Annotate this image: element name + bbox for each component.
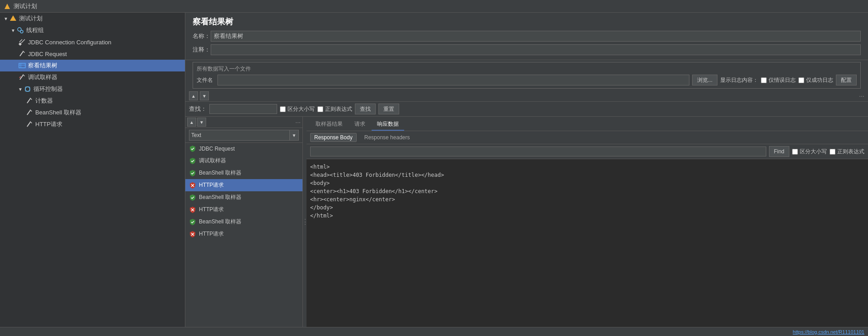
success-log-label[interactable]: 仅成功日志: [798, 76, 833, 84]
find-button[interactable]: 查找: [355, 104, 376, 114]
select-arrow-icon[interactable]: ▼: [290, 130, 299, 141]
response-line-6: </body>: [310, 203, 864, 212]
response-case-checkbox[interactable]: [792, 149, 798, 155]
sample-item-http2[interactable]: HTTP请求: [185, 203, 302, 216]
response-line-1: <html>: [310, 163, 864, 171]
sample-item-jdbc[interactable]: JDBC Request: [185, 143, 302, 155]
sidebar-item-jdbc-request[interactable]: JDBC Request: [0, 48, 185, 60]
test-plan-icon: [9, 14, 17, 23]
type-select[interactable]: Text: [189, 130, 290, 141]
loop-arrow-icon: ▼: [18, 87, 23, 92]
name-input[interactable]: [211, 31, 861, 42]
comment-label: 注释：: [193, 46, 211, 54]
sidebar-item-counter[interactable]: 计数器: [0, 95, 185, 107]
config-button[interactable]: 配置: [836, 75, 857, 85]
response-regex-checkbox[interactable]: [830, 149, 835, 155]
sample-item-beanshell3[interactable]: BeanShell 取样器: [185, 216, 302, 228]
sample-label-beanshell1: BeanShell 取样器: [199, 169, 241, 177]
case-text: 区分大小写: [288, 105, 315, 113]
sample-item-http1[interactable]: HTTP请求: [185, 179, 302, 191]
search-input[interactable]: [209, 104, 277, 114]
list-panel: ▲ ▼ ··· Text ▼: [185, 117, 303, 327]
sample-item-debug[interactable]: 调试取样器: [185, 155, 302, 167]
browse-button[interactable]: 浏览...: [692, 75, 717, 85]
svg-point-16: [25, 87, 30, 91]
sidebar-item-loop-controller[interactable]: ▼ 循环控制器: [0, 83, 185, 95]
svg-marker-0: [5, 4, 10, 9]
file-input[interactable]: [217, 75, 689, 85]
down-button-1[interactable]: ▼: [200, 91, 209, 100]
sidebar-item-jdbc-config[interactable]: JDBC Connection Configuration: [0, 36, 185, 48]
sample-label-http3: HTTP请求: [199, 230, 224, 238]
http-icon: [25, 120, 33, 128]
arrow-icon: ▼: [4, 16, 8, 21]
sample-list: JDBC Request 调试取样器: [185, 143, 302, 327]
sidebar-item-http[interactable]: HTTP请求: [0, 118, 185, 130]
comment-input[interactable]: [211, 44, 861, 55]
divider-handle[interactable]: ⋮: [303, 117, 307, 327]
list-ellipsis-button[interactable]: ···: [295, 118, 301, 126]
tab-request[interactable]: 请求: [349, 118, 371, 131]
sample-item-beanshell1[interactable]: BeanShell 取样器: [185, 167, 302, 179]
subtab-response-headers[interactable]: Response headers: [360, 133, 414, 142]
file-section: 所有数据写入一个文件 文件名 浏览... 显示日志内容： 仅情误日志 仅成功日志…: [193, 62, 861, 89]
sample-label-beanshell2: BeanShell 取样器: [199, 194, 241, 201]
log-label: 显示日志内容：: [720, 76, 758, 84]
sample-item-beanshell2[interactable]: BeanShell 取样器: [185, 191, 302, 203]
response-line-2: <head><title>403 Forbidden</title></head…: [310, 171, 864, 179]
sidebar-label-loop-controller: 循环控制器: [33, 85, 63, 93]
sub-tabs: Response Body Response headers: [307, 131, 868, 144]
err-log-text: 仅情误日志: [769, 76, 796, 84]
dropdown-selector: Text ▼: [185, 128, 302, 143]
status-url[interactable]: https://blog.csdn.net/R11101101: [793, 329, 864, 335]
sample-item-http3[interactable]: HTTP请求: [185, 228, 302, 240]
list-down-button[interactable]: ▼: [197, 118, 206, 127]
case-checkbox[interactable]: [280, 106, 286, 112]
sidebar-item-view-tree[interactable]: 察看结果树: [0, 60, 185, 71]
sample-label-beanshell3: BeanShell 取样器: [199, 218, 241, 226]
panel-title: 察看结果树: [193, 16, 861, 27]
subtab-response-body[interactable]: Response Body: [310, 133, 357, 142]
thread-group-icon: [16, 26, 24, 34]
toolbar-row-1: ▲ ▼ ···: [185, 90, 868, 102]
regex-checkbox[interactable]: [317, 106, 323, 112]
find-row: Find 区分大小写 正则表达式: [307, 144, 868, 159]
list-up-button[interactable]: ▲: [187, 118, 196, 127]
find-input[interactable]: [310, 147, 766, 156]
title-bar: 测试计划: [0, 0, 868, 13]
shield-err-icon-http2: [189, 206, 196, 213]
name-label: 名称：: [193, 32, 211, 40]
err-log-checkbox[interactable]: [761, 77, 767, 83]
response-find-button[interactable]: Find: [769, 146, 789, 157]
success-log-checkbox[interactable]: [798, 77, 804, 83]
comment-row: 注释：: [193, 44, 861, 55]
sidebar-label-http: HTTP请求: [35, 120, 62, 128]
search-row: 查找： 区分大小写 正则表达式 查找 重置: [185, 102, 868, 117]
ellipsis-button-1[interactable]: ···: [859, 92, 864, 99]
regex-text: 正则表达式: [325, 105, 352, 113]
response-line-3: <body>: [310, 179, 864, 187]
reset-button[interactable]: 重置: [378, 104, 399, 114]
up-button-1[interactable]: ▲: [189, 91, 198, 100]
response-case-label[interactable]: 区分大小写: [792, 148, 827, 156]
panel-header: 察看结果树 名称： 注释：: [185, 13, 868, 60]
file-row: 文件名 浏览... 显示日志内容： 仅情误日志 仅成功日志 配置: [197, 75, 857, 85]
title-bar-icon: [4, 3, 11, 10]
case-label[interactable]: 区分大小写: [280, 105, 315, 113]
shield-ok-icon-beanshell2: [189, 194, 196, 201]
err-log-label[interactable]: 仅情误日志: [761, 76, 796, 84]
sidebar-item-test-plan[interactable]: ▼ 测试计划: [0, 13, 185, 24]
loop-controller-icon: [24, 85, 32, 93]
sidebar-item-thread-group[interactable]: ▼ 线程组: [0, 24, 185, 36]
search-label: 查找：: [189, 105, 207, 113]
svg-line-22: [27, 122, 30, 127]
tab-response-data[interactable]: 响应数据: [372, 118, 404, 131]
regex-label[interactable]: 正则表达式: [317, 105, 352, 113]
sample-label-http2: HTTP请求: [199, 206, 224, 213]
tab-sample-result[interactable]: 取样器结果: [310, 118, 348, 131]
jdbc-config-icon: [18, 38, 26, 46]
sidebar-item-beanshell[interactable]: BeanShell 取样器: [0, 107, 185, 118]
response-regex-text: 正则表达式: [837, 148, 864, 156]
sidebar-item-debug-sampler[interactable]: 调试取样器: [0, 71, 185, 83]
response-regex-label[interactable]: 正则表达式: [830, 148, 864, 156]
